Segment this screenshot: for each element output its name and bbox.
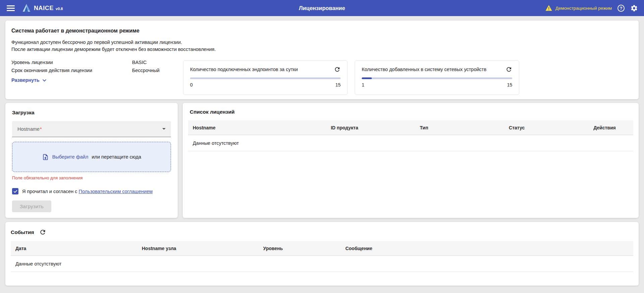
col-product-id: ID продукта bbox=[326, 120, 415, 135]
refresh-icon[interactable] bbox=[506, 66, 512, 73]
menu-icon[interactable] bbox=[7, 5, 15, 11]
banner-line-2: После активации лицензии деморежим будет… bbox=[11, 46, 633, 53]
devices-progress-bar bbox=[362, 77, 512, 79]
col-type: Тип bbox=[415, 120, 504, 135]
settings-gear-icon[interactable] bbox=[630, 4, 638, 12]
events-card: События Дата Hostname узла Уровень Сообщ… bbox=[5, 222, 639, 286]
help-icon[interactable]: ? bbox=[618, 5, 625, 12]
demo-banner-card: Система работает в демонстрационном режи… bbox=[5, 20, 639, 99]
agree-label: Я прочитал и согласен с Пользовательским… bbox=[22, 189, 153, 194]
endpoints-stat-card: Количество подключенных эндпоинтов за су… bbox=[183, 60, 348, 95]
col-date: Дата bbox=[11, 241, 137, 256]
demo-mode-badge: Демонстрационный режим bbox=[545, 4, 612, 12]
upload-file-icon bbox=[42, 154, 49, 161]
col-message: Сообщение bbox=[341, 241, 633, 256]
licenses-table: Hostname ID продукта Тип Статус Действия… bbox=[188, 120, 633, 151]
licenses-card: Список лицензий Hostname ID продукта Тип… bbox=[183, 103, 639, 218]
licenses-title: Список лицензий bbox=[188, 109, 633, 115]
endpoints-max: 15 bbox=[335, 82, 341, 87]
naice-logo-icon bbox=[22, 4, 31, 12]
required-field-error: Поле обязательно для заполнения bbox=[12, 175, 171, 180]
devices-max: 15 bbox=[507, 82, 512, 87]
license-expiry-value: Бессрочный bbox=[132, 68, 160, 73]
col-actions: Действия bbox=[589, 120, 633, 135]
expand-button[interactable]: Развернуть bbox=[11, 77, 47, 83]
required-asterisk: * bbox=[40, 126, 42, 132]
events-title: События bbox=[11, 229, 34, 235]
upload-card: Загрузка Hostname* Выберите файл или пер… bbox=[5, 103, 178, 218]
licenses-header-row: Hostname ID продукта Тип Статус Действия bbox=[188, 120, 633, 135]
dropzone-hint: или перетащите сюда bbox=[92, 154, 141, 160]
devices-stat-title: Количество добавленных в систему сетевых… bbox=[362, 66, 486, 72]
chevron-down-icon bbox=[42, 78, 47, 83]
events-table: Дата Hostname узла Уровень Сообщение Дан… bbox=[11, 241, 633, 272]
col-node-hostname: Hostname узла bbox=[137, 241, 258, 256]
events-header-row: Дата Hostname узла Уровень Сообщение bbox=[11, 241, 633, 256]
endpoints-min: 0 bbox=[190, 82, 193, 87]
devices-stat-card: Количество добавленных в систему сетевых… bbox=[355, 60, 519, 95]
license-expiry-label: Срок окончания действия лицензии bbox=[11, 68, 132, 73]
refresh-icon[interactable] bbox=[334, 66, 341, 73]
col-level: Уровень bbox=[258, 241, 341, 256]
choose-file-link[interactable]: Выберите файл bbox=[52, 154, 89, 160]
col-hostname: Hostname bbox=[188, 120, 326, 135]
endpoints-stat-title: Количество подключенных эндпоинтов за су… bbox=[190, 66, 298, 72]
app-header: NAICE v0.8 Лицензирование Демонстрационн… bbox=[0, 0, 644, 16]
col-status: Статус bbox=[504, 120, 589, 135]
banner-line-1: Функционал доступен бессрочно до первой … bbox=[11, 39, 633, 46]
hostname-select[interactable]: Hostname* bbox=[12, 121, 171, 137]
upload-submit-button[interactable]: Загрузить bbox=[12, 200, 51, 212]
endpoints-progress-bar bbox=[190, 77, 341, 79]
app-version: v0.8 bbox=[56, 7, 63, 11]
agree-checkbox[interactable] bbox=[12, 188, 18, 194]
licenses-empty-message: Данные отсутствуют bbox=[188, 135, 633, 151]
check-icon bbox=[13, 189, 18, 194]
app-brand: NAICE bbox=[34, 5, 54, 12]
devices-min: 1 bbox=[362, 82, 364, 87]
license-level-label: Уровень лицензии bbox=[11, 60, 132, 65]
events-empty-message: Данные отсутствуют bbox=[11, 256, 633, 272]
warning-icon bbox=[545, 4, 552, 12]
licenses-empty-row: Данные отсутствуют bbox=[188, 135, 633, 151]
events-empty-row: Данные отсутствуют bbox=[11, 256, 633, 272]
license-level-value: BASIC bbox=[132, 60, 147, 65]
refresh-icon[interactable] bbox=[39, 229, 46, 236]
banner-title: Система работает в демонстрационном режи… bbox=[11, 28, 633, 34]
user-agreement-link[interactable]: Пользовательским соглашением bbox=[79, 189, 153, 194]
demo-mode-label: Демонстрационный режим bbox=[555, 6, 612, 11]
file-dropzone[interactable]: Выберите файл или перетащите сюда bbox=[12, 142, 171, 172]
dropdown-caret-icon bbox=[162, 128, 166, 130]
upload-title: Загрузка bbox=[12, 110, 171, 116]
